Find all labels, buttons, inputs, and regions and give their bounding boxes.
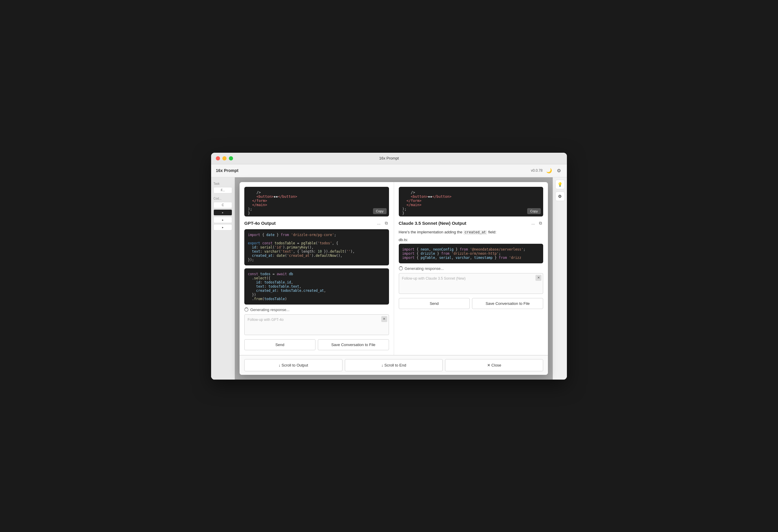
app-window: 16x Prompt 16x Prompt v0.0.78 🌙 ⚙ Task F… — [211, 153, 567, 380]
window-title: 16x Prompt — [379, 156, 399, 160]
version-label: v0.0.78 — [531, 168, 543, 172]
right-prose: Here's the implementation adding the cre… — [399, 229, 543, 235]
left-followup-container: ✕ — [244, 314, 389, 336]
right-save-button[interactable]: Save Conversation to File — [472, 298, 543, 309]
right-action-buttons: Send Save Conversation to File — [399, 298, 543, 309]
moon-icon-button[interactable]: 🌙 — [545, 167, 553, 175]
left-action-buttons: Send Save Conversation to File — [244, 339, 389, 350]
sidebar-item-code-1[interactable]: C — [214, 202, 232, 208]
left-generating: Generating response... — [244, 308, 389, 312]
app-toolbar: 16x Prompt v0.0.78 🌙 ⚙ — [211, 164, 567, 177]
right-prose-suffix: field: — [487, 230, 496, 234]
left-output-header: GPT-4o Output ... ⧉ — [244, 220, 389, 226]
left-top-code-block: /> <button>▪▪</button> </form> </main> )… — [244, 187, 389, 217]
right-generating: Generating response... — [399, 266, 543, 271]
right-output-title: Claude 3.5 Sonnet (New) Output — [399, 221, 466, 226]
right-spinner — [399, 266, 403, 271]
minimize-window-button[interactable] — [222, 156, 227, 160]
left-copy-icon-button[interactable]: ⧉ — [384, 220, 389, 226]
right-followup-clear-button[interactable]: ✕ — [536, 275, 541, 281]
left-save-button[interactable]: Save Conversation to File — [318, 339, 389, 350]
scroll-end-button[interactable]: ↓ Scroll to End — [345, 359, 443, 371]
close-window-button[interactable] — [216, 156, 220, 160]
right-followup-input[interactable] — [399, 273, 543, 294]
left-top-copy-button[interactable]: Copy — [373, 208, 387, 214]
toolbar-right: v0.0.78 🌙 ⚙ — [531, 167, 562, 175]
left-output-title: GPT-4o Output — [244, 221, 276, 226]
left-column: /> <button>▪▪</button> </form> </main> )… — [240, 182, 394, 355]
right-generating-text: Generating response... — [405, 266, 444, 271]
right-code-block: import { neon, neonConfig } from '@neond… — [399, 244, 543, 263]
left-followup-clear-button[interactable]: ✕ — [381, 316, 387, 322]
left-spinner — [244, 308, 248, 312]
modal-dialog: /> <button>▪▪</button> </form> </main> )… — [240, 182, 548, 375]
right-output-actions: ... ⧉ — [530, 220, 543, 226]
left-send-button[interactable]: Send — [244, 339, 315, 350]
right-followup-container: ✕ — [399, 273, 543, 295]
left-more-button[interactable]: ... — [376, 220, 382, 226]
right-top-copy-button[interactable]: Copy — [527, 208, 541, 214]
right-prose-text: Here's the implementation adding the — [399, 230, 464, 234]
gear-icon-button[interactable]: ⚙ — [556, 167, 562, 175]
left-code-block-2: const todos = await db .select({ id: tod… — [244, 269, 389, 305]
left-followup-input[interactable] — [244, 314, 389, 335]
sidebar-item-code-4[interactable]: ▸ — [214, 224, 232, 230]
modal-columns: /> <button>▪▪</button> </form> </main> )… — [240, 182, 548, 355]
modal-footer: ↓ Scroll to Output ↓ Scroll to End ✕ Clo… — [240, 355, 548, 375]
scroll-output-button[interactable]: ↓ Scroll to Output — [244, 359, 342, 371]
modal-overlay: /> <button>▪▪</button> </form> </main> )… — [235, 177, 553, 380]
right-column: /> <button>▪▪</button> </form> </main> )… — [394, 182, 548, 355]
maximize-window-button[interactable] — [229, 156, 233, 160]
left-code-block-1: import { date } from 'drizzle-orm/pg-cor… — [244, 229, 389, 265]
sidebar-code-label: Cod... — [214, 197, 232, 200]
sidebar-task-label: Task — [214, 182, 232, 185]
left-generating-text: Generating response... — [250, 308, 289, 312]
title-bar: 16x Prompt — [211, 153, 567, 164]
right-top-code-block: /> <button>▪▪</button> </form> </main> )… — [399, 187, 543, 217]
sidebar-item-task[interactable]: F... — [214, 187, 232, 193]
right-db-ts-label: db.ts: — [399, 237, 543, 242]
right-output-header: Claude 3.5 Sonnet (New) Output ... ⧉ — [399, 220, 543, 226]
sidebar-item-code-3[interactable]: ▸ — [214, 217, 232, 223]
right-more-button[interactable]: ... — [530, 220, 536, 226]
traffic-lights — [216, 156, 233, 160]
right-send-button[interactable]: Send — [399, 298, 470, 309]
right-sidebar: 💡 ⚙ — [553, 177, 567, 380]
main-content: Task F... Cod... C ▸ ▸ ▸ /> <button>▪▪</… — [211, 177, 567, 380]
left-sidebar: Task F... Cod... C ▸ ▸ ▸ — [211, 177, 235, 380]
lightbulb-icon-button[interactable]: 💡 — [555, 180, 565, 189]
right-inline-code: created_at — [463, 230, 487, 235]
right-copy-icon-button[interactable]: ⧉ — [538, 220, 543, 226]
left-output-actions: ... ⧉ — [376, 220, 389, 226]
close-button[interactable]: ✕ Close — [445, 359, 543, 371]
sidebar-item-code-2[interactable]: ▸ — [214, 209, 232, 216]
app-brand: 16x Prompt — [216, 168, 238, 173]
right-gear-icon-button[interactable]: ⚙ — [555, 192, 565, 201]
